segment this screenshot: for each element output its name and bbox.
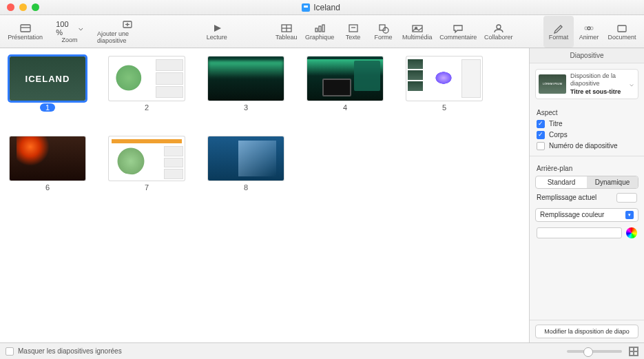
table-button[interactable]: Tableau bbox=[271, 16, 302, 48]
svg-rect-11 bbox=[322, 25, 324, 32]
slide-thumb-5[interactable]: 5 bbox=[406, 57, 482, 112]
svg-point-21 bbox=[590, 27, 593, 30]
table-icon bbox=[280, 23, 293, 34]
segment-dynamic[interactable]: Dynamique bbox=[587, 176, 638, 188]
slide-number: 2 bbox=[145, 103, 149, 112]
slide-1-title: ICELAND bbox=[25, 74, 70, 84]
layout-name: Titre et sous-titre bbox=[570, 88, 625, 96]
svg-marker-5 bbox=[214, 25, 221, 32]
format-button[interactable]: Format bbox=[543, 16, 574, 48]
add-slide-icon bbox=[121, 19, 134, 30]
fill-color-swatch[interactable] bbox=[537, 227, 622, 238]
play-button[interactable]: Lecture bbox=[189, 16, 245, 48]
chevron-down-icon: ⌵ bbox=[630, 80, 635, 88]
svg-point-18 bbox=[497, 25, 501, 29]
slide-number: 6 bbox=[45, 183, 50, 192]
slide-thumb-7[interactable]: 7 bbox=[109, 136, 185, 192]
shape-button[interactable]: Forme bbox=[368, 16, 399, 48]
collaborate-icon bbox=[492, 23, 505, 34]
maximize-window-button[interactable] bbox=[32, 3, 39, 11]
media-button[interactable]: Multimédia bbox=[399, 16, 436, 48]
layout-caption: Disposition de la diapositive bbox=[570, 72, 616, 87]
view-icon bbox=[19, 23, 32, 34]
add-slide-button[interactable]: Ajouter une diapositive bbox=[93, 16, 163, 48]
view-label: Présentation bbox=[8, 34, 43, 41]
animate-button[interactable]: Animer bbox=[574, 16, 604, 48]
text-icon bbox=[347, 23, 360, 34]
modify-layout-button[interactable]: Modifier la disposition de diapo bbox=[535, 325, 638, 338]
zoom-label: Zoom bbox=[62, 37, 78, 43]
svg-rect-12 bbox=[349, 25, 357, 32]
current-fill-label: Remplissage actuel bbox=[537, 194, 596, 201]
chevron-down-icon: ⌵ bbox=[79, 23, 83, 32]
segment-standard[interactable]: Standard bbox=[536, 176, 587, 188]
light-table-view[interactable]: ICELAND 1 2 3 4 5 6 bbox=[0, 48, 529, 342]
svg-point-20 bbox=[585, 27, 588, 30]
slide-number-checkbox-label: Numéro de diapositive bbox=[549, 142, 618, 150]
layout-thumbnail: LOREM IPSUM bbox=[539, 74, 566, 94]
slide-thumb-3[interactable]: 3 bbox=[208, 57, 284, 112]
chart-icon bbox=[313, 23, 326, 34]
media-label: Multimédia bbox=[402, 34, 433, 41]
view-button[interactable]: Présentation bbox=[4, 16, 46, 48]
slide-number: 1 bbox=[40, 103, 55, 112]
thumbnail-zoom-slider[interactable] bbox=[567, 350, 622, 353]
fill-type-dropdown[interactable]: Remplissage couleur ▾ bbox=[535, 208, 638, 222]
slide-layout-picker[interactable]: LOREM IPSUM Disposition de la diapositiv… bbox=[535, 69, 638, 99]
zoom-control[interactable]: 100 %⌵ Zoom bbox=[46, 16, 93, 48]
slide-thumb-8[interactable]: 8 bbox=[208, 136, 284, 192]
body-checkbox[interactable] bbox=[537, 131, 545, 139]
animate-icon bbox=[583, 23, 595, 34]
slide-number: 5 bbox=[442, 103, 446, 112]
shape-label: Forme bbox=[375, 34, 393, 41]
document-title: Iceland bbox=[313, 3, 340, 12]
current-fill-swatch[interactable] bbox=[616, 193, 637, 203]
table-label: Tableau bbox=[276, 34, 298, 41]
slide-thumb-2[interactable]: 2 bbox=[109, 57, 185, 112]
aspect-header: Aspect bbox=[530, 105, 644, 119]
slide-number: 8 bbox=[244, 183, 248, 192]
window-titlebar: Iceland bbox=[0, 0, 644, 15]
collaborate-label: Collaborer bbox=[484, 34, 513, 41]
comment-label: Commentaire bbox=[439, 34, 477, 41]
svg-rect-0 bbox=[21, 25, 30, 32]
background-mode-segmented[interactable]: Standard Dynamique bbox=[535, 176, 638, 189]
svg-rect-22 bbox=[618, 25, 626, 32]
svg-rect-9 bbox=[315, 28, 318, 32]
svg-rect-10 bbox=[319, 26, 321, 32]
minimize-window-button[interactable] bbox=[19, 3, 27, 11]
zoom-value: 100 % bbox=[56, 20, 76, 37]
collaborate-button[interactable]: Collaborer bbox=[481, 16, 517, 48]
footer-bar: Masquer les diapositives ignorées bbox=[0, 342, 644, 359]
slide-thumb-6[interactable]: 6 bbox=[10, 136, 85, 192]
play-label: Lecture bbox=[207, 34, 227, 41]
text-label: Texte bbox=[346, 34, 361, 41]
chart-label: Graphique bbox=[305, 34, 334, 41]
slide-thumb-4[interactable]: 4 bbox=[307, 57, 383, 112]
fill-type-value: Remplissage couleur bbox=[540, 211, 604, 218]
grid-view-icon[interactable] bbox=[629, 347, 638, 356]
slide-number: 3 bbox=[244, 103, 248, 112]
play-icon bbox=[211, 23, 223, 34]
document-button[interactable]: Document bbox=[604, 16, 640, 48]
title-checkbox[interactable] bbox=[537, 120, 545, 128]
slide-number: 4 bbox=[343, 103, 347, 112]
hide-skipped-checkbox[interactable] bbox=[6, 347, 14, 356]
text-button[interactable]: Texte bbox=[338, 16, 368, 48]
document-label: Document bbox=[608, 34, 636, 41]
slide-number-checkbox[interactable] bbox=[537, 142, 545, 150]
brush-icon bbox=[552, 23, 565, 34]
close-window-button[interactable] bbox=[7, 3, 14, 11]
inspector-tab-slide[interactable]: Diapositive bbox=[530, 48, 644, 63]
dropdown-arrows-icon: ▾ bbox=[625, 211, 634, 219]
format-label: Format bbox=[549, 34, 569, 41]
format-inspector: Diapositive LOREM IPSUM Disposition de l… bbox=[529, 48, 644, 342]
color-picker-button[interactable] bbox=[626, 227, 637, 238]
slide-thumb-1[interactable]: ICELAND 1 bbox=[10, 57, 85, 112]
comment-icon bbox=[452, 23, 464, 34]
body-checkbox-label: Corps bbox=[549, 131, 568, 139]
title-checkbox-label: Titre bbox=[549, 120, 563, 127]
chart-button[interactable]: Graphique bbox=[302, 16, 338, 48]
comment-button[interactable]: Commentaire bbox=[436, 16, 481, 48]
background-header: Arrière-plan bbox=[530, 161, 644, 174]
